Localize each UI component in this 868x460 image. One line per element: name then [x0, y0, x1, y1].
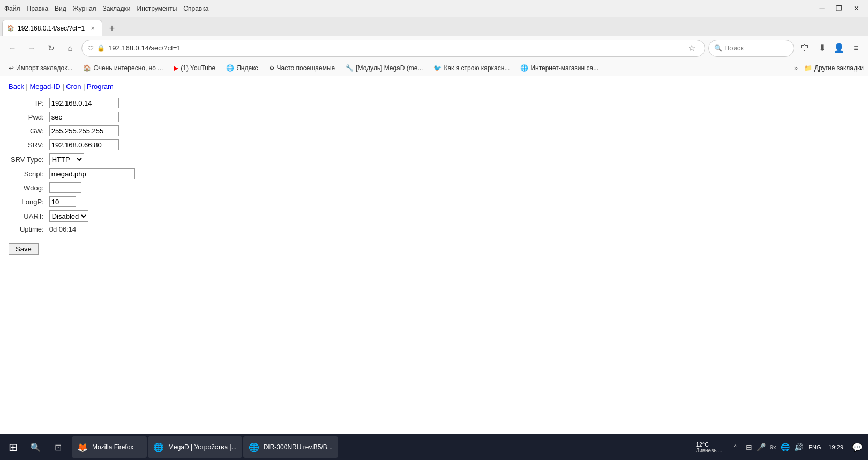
srv-input[interactable] [49, 139, 119, 150]
wdog-input[interactable] [49, 182, 81, 193]
bookmark-shop-label: Интернет-магазин са... [530, 64, 598, 72]
script-row: Script: [9, 167, 137, 181]
menu-file[interactable]: Файл [4, 5, 20, 12]
ip-label: IP: [9, 96, 47, 110]
shield-icon: 🛡 [87, 44, 94, 52]
bookmark-interesting-label: Очень интересно, но ... [93, 64, 163, 72]
longp-row: LongP: [9, 195, 137, 209]
menu-bar: Файл Правка Вид Журнал Закладки Инструме… [4, 5, 208, 12]
gw-row: GW: [9, 124, 137, 138]
megad-icon: 🔧 [346, 64, 354, 72]
more-chevron: » [794, 64, 798, 72]
close-button[interactable]: ✕ [849, 3, 864, 14]
search-icon: 🔍 [714, 44, 722, 52]
lock-icon: 🔒 [97, 44, 105, 52]
gw-label: GW: [9, 124, 47, 138]
pocket-button[interactable]: 🛡 [797, 41, 812, 56]
bookmark-interesting[interactable]: 🏠 Очень интересно, но ... [79, 63, 167, 73]
title-bar: Файл Правка Вид Журнал Закладки Инструме… [0, 0, 868, 17]
search-input[interactable] [724, 44, 778, 52]
menu-tools[interactable]: Инструменты [137, 5, 177, 12]
srv-label: SRV: [9, 138, 47, 152]
search-bar[interactable]: 🔍 [708, 40, 794, 57]
uart-label: UART: [9, 209, 47, 224]
uart-select[interactable]: Disabled Enabled [49, 210, 88, 222]
megad-id-link[interactable]: Megad-ID [30, 83, 61, 91]
back-link[interactable]: Back [9, 83, 24, 91]
page-content: Back | Megad-ID | Cron | Program IP: Pwd… [0, 76, 868, 261]
menu-button[interactable]: ≡ [849, 41, 864, 56]
gw-input[interactable] [49, 125, 119, 136]
yandex-icon: 🌐 [226, 64, 234, 72]
bookmark-youtube-label: (1) YouTube [181, 64, 215, 72]
save-button[interactable]: Save [9, 243, 39, 255]
tab-close-button[interactable]: × [88, 24, 98, 33]
bookmark-yandex[interactable]: 🌐 Яндекс [222, 63, 262, 73]
window-controls: ─ ❐ ✕ [814, 3, 864, 14]
tab-title: 192.168.0.14/sec/?cf=1 [18, 25, 85, 32]
program-link[interactable]: Program [87, 83, 114, 91]
srv-type-select[interactable]: HTTP HTTPS [49, 153, 84, 165]
script-input[interactable] [49, 168, 135, 179]
new-tab-button[interactable]: + [104, 21, 119, 36]
bookmark-megad[interactable]: 🔧 [Модуль] MegaD (me... [341, 63, 427, 73]
frequent-icon: ⚙ [269, 64, 275, 72]
minimize-button[interactable]: ─ [814, 3, 829, 14]
pwd-row: Pwd: [9, 110, 137, 124]
download-button[interactable]: ⬇ [814, 41, 829, 56]
menu-view[interactable]: Вид [55, 5, 66, 12]
restore-button[interactable]: ❐ [832, 3, 847, 14]
youtube-icon: ▶ [174, 64, 178, 72]
bookmark-frequent[interactable]: ⚙ Часто посещаемые [265, 63, 340, 73]
menu-edit[interactable]: Правка [27, 5, 49, 12]
bookmark-star-button[interactable]: ☆ [684, 41, 699, 56]
back-button[interactable]: ← [4, 40, 20, 56]
shop-icon: 🌐 [520, 64, 528, 72]
bookmark-import[interactable]: ↩ Импорт закладок... [4, 63, 77, 73]
menu-help[interactable]: Справка [183, 5, 208, 12]
srv-type-label: SRV Type: [9, 152, 47, 167]
reload-button[interactable]: ↻ [43, 40, 59, 56]
script-label: Script: [9, 167, 47, 181]
nav-bar: ← → ↻ ⌂ 🛡 🔒 ☆ 🔍 🛡 ⬇ 👤 ≡ [0, 36, 868, 60]
account-button[interactable]: 👤 [832, 41, 847, 56]
cron-link[interactable]: Cron [66, 83, 81, 91]
uptime-label: Uptime: [9, 224, 47, 235]
bookmark-karkas[interactable]: 🐦 Как я строю каркасн... [429, 63, 514, 73]
bookmark-youtube[interactable]: ▶ (1) YouTube [169, 63, 220, 73]
pwd-input[interactable] [49, 112, 119, 122]
bookmark-megad-label: [Модуль] MegaD (me... [356, 64, 423, 72]
tab-favicon: 🏠 [7, 25, 14, 32]
active-tab[interactable]: 🏠 192.168.0.14/sec/?cf=1 × [2, 20, 102, 36]
karkas-icon: 🐦 [433, 64, 442, 72]
toolbar-icons: 🛡 ⬇ 👤 ≡ [797, 41, 864, 56]
bookmark-shop[interactable]: 🌐 Интернет-магазин са... [516, 63, 603, 73]
menu-journal[interactable]: Журнал [73, 5, 96, 12]
import-icon: ↩ [9, 64, 14, 72]
pwd-label: Pwd: [9, 110, 47, 124]
settings-form: IP: Pwd: GW: SRV: SRV Type: HTTP HTTPS S [9, 96, 137, 235]
ip-row: IP: [9, 96, 137, 110]
address-bar[interactable]: 🛡 🔒 ☆ [81, 40, 705, 57]
uart-row: UART: Disabled Enabled [9, 209, 137, 224]
bookmark-yandex-label: Яндекс [236, 64, 258, 72]
save-button-wrap: Save [9, 239, 859, 255]
address-input[interactable] [108, 44, 681, 52]
uptime-value: 0d 06:14 [49, 225, 77, 233]
other-bookmarks[interactable]: 📁 Другие закладки [804, 64, 864, 72]
longp-input[interactable] [49, 196, 76, 207]
bookmark-karkas-label: Как я строю каркасн... [444, 64, 510, 72]
page-nav-links: Back | Megad-ID | Cron | Program [9, 83, 859, 91]
uptime-row: Uptime: 0d 06:14 [9, 224, 137, 235]
bookmarks-more-button[interactable]: » [792, 63, 800, 73]
srv-row: SRV: [9, 138, 137, 152]
home-bm-icon: 🏠 [83, 64, 91, 72]
srv-type-row: SRV Type: HTTP HTTPS [9, 152, 137, 167]
longp-label: LongP: [9, 195, 47, 209]
forward-button[interactable]: → [24, 40, 40, 56]
folder-icon: 📁 [804, 64, 812, 72]
ip-input[interactable] [49, 98, 119, 108]
home-button[interactable]: ⌂ [62, 40, 78, 56]
bookmarks-bar: ↩ Импорт закладок... 🏠 Очень интересно, … [0, 60, 868, 76]
menu-bookmarks[interactable]: Закладки [103, 5, 131, 12]
